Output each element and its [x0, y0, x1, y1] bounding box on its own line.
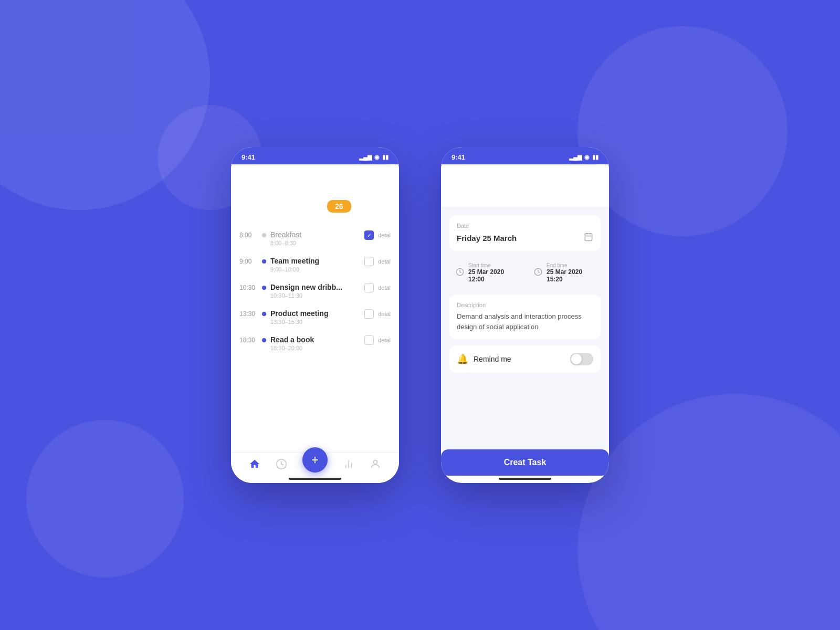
end-clock-icon: [534, 268, 542, 278]
calendar-header: March Su Mo Tu We Th Fr Sa: [231, 164, 399, 220]
name-value[interactable]: Design meeting: [441, 196, 609, 207]
day-tu: Tu: [279, 190, 303, 196]
task-list: 8:00 Breakfast 8:00–8:30 detal 9:00 Team…: [231, 220, 399, 452]
description-card[interactable]: Description Demand analysis and interact…: [449, 295, 601, 339]
nav-home[interactable]: [249, 458, 260, 472]
bottom-nav-1: +: [231, 452, 399, 483]
wifi-icon-1: ◉: [374, 154, 380, 161]
task-detail-team[interactable]: detal: [378, 258, 391, 265]
task-detail-design[interactable]: detal: [378, 285, 391, 291]
start-time-card[interactable]: Start time 25 Mar 2020 12:00: [449, 257, 522, 288]
day-fr: Fr: [351, 190, 375, 196]
task-detail-breakfast[interactable]: detal: [378, 232, 391, 238]
end-time-value: 25 Mar 2020 15:20: [547, 268, 594, 283]
phones-container: 9:41 ▂▄▆ ◉ ▮▮ March: [231, 147, 609, 483]
date-27[interactable]: 27: [351, 200, 375, 213]
date-label: Date: [457, 223, 593, 229]
task-actions-product: detal: [364, 309, 391, 319]
date-28[interactable]: 28: [375, 200, 399, 213]
task-item-product[interactable]: 13:30 Product meeting 13:30–15:30 detal: [231, 304, 399, 330]
task-range-team: 9:00–10:00: [270, 266, 360, 272]
month-row: March: [231, 164, 399, 181]
task-dot-team: [262, 259, 266, 264]
task-dot-book: [262, 338, 266, 342]
task-time-team: 9:00: [239, 257, 258, 265]
date-value: Friday 25 March: [457, 234, 517, 243]
date-card[interactable]: Date Friday 25 March: [449, 215, 601, 251]
signal-icon-2: ▂▄▆: [569, 154, 582, 161]
task-name-team: Team meeting: [270, 257, 360, 265]
status-icons-1: ▂▄▆ ◉ ▮▮: [359, 154, 388, 161]
date-26-active[interactable]: 26: [327, 200, 351, 213]
day-su: Su: [231, 190, 255, 196]
status-bar-2: 9:41 ▂▄▆ ◉ ▮▮: [441, 147, 609, 164]
task-item-book[interactable]: 18:30 Read a book 18:30–20:00 detal: [231, 330, 399, 356]
create-task-phone: 9:41 ▂▄▆ ◉ ▮▮ Creat New Task ✕ Name Desi…: [441, 147, 609, 483]
start-time-content: Start time 25 Mar 2020 12:00: [468, 262, 516, 283]
task-detail-product[interactable]: detal: [378, 311, 391, 317]
task-content-design: Densign new dribb... 10:30–11:30: [270, 283, 360, 299]
task-range-design: 10:30–11:30: [270, 292, 360, 299]
start-time-label: Start time: [468, 262, 516, 268]
task-content-product: Product meeting 13:30–15:30: [270, 309, 360, 325]
task-checkbox-book[interactable]: [364, 335, 374, 345]
task-actions-design: detal: [364, 283, 391, 292]
task-name-breakfast: Breakfast: [270, 230, 360, 239]
end-time-content: End time 25 Mar 2020 15:20: [547, 262, 594, 283]
close-button[interactable]: ✕: [600, 165, 609, 177]
date-23[interactable]: 23: [255, 200, 279, 213]
day-we: We: [303, 190, 327, 196]
day-sa: Sa: [375, 190, 399, 196]
date-24[interactable]: 24: [279, 200, 303, 213]
task-range-breakfast: 8:00–8:30: [270, 240, 360, 246]
task-checkbox-team[interactable]: [364, 257, 374, 266]
fab-add-button[interactable]: +: [302, 447, 328, 472]
task-checkbox-design[interactable]: [364, 283, 374, 292]
screen-title: Creat New Task: [441, 164, 526, 178]
bell-icon: 🔔: [457, 353, 468, 365]
task-time-design: 10:30: [239, 283, 258, 291]
create-task-button[interactable]: Creat Task: [441, 449, 609, 476]
task-actions-book: detal: [364, 335, 391, 345]
remind-label: Remind me: [474, 355, 511, 363]
task-dot-breakfast: [262, 233, 266, 237]
remind-me-row: 🔔 Remind me: [449, 345, 601, 373]
end-time-label: End time: [547, 262, 594, 268]
task-actions-breakfast: detal: [364, 230, 391, 240]
wifi-icon-2: ◉: [584, 154, 590, 161]
nav-chart[interactable]: [343, 458, 354, 472]
end-time-card[interactable]: End time 25 Mar 2020 15:20: [528, 257, 601, 288]
description-value: Demand analysis and interaction process …: [457, 311, 593, 332]
date-calendar-icon[interactable]: [584, 232, 593, 244]
date-25[interactable]: 25: [303, 200, 327, 213]
task-name-product: Product meeting: [270, 309, 360, 318]
nav-profile[interactable]: [370, 458, 381, 472]
title-row: Creat New Task ✕: [441, 164, 609, 178]
nav-clock[interactable]: [276, 458, 287, 472]
task-time-breakfast: 8:00: [239, 230, 258, 239]
date-22[interactable]: 22: [231, 200, 255, 213]
task-dot-product: [262, 312, 266, 316]
task-content-book: Read a book 18:30–20:00: [270, 335, 360, 351]
dates-row: 22 23 24 25 26 27 28: [231, 200, 399, 213]
form-body: Date Friday 25 March: [441, 207, 609, 449]
remind-toggle[interactable]: [570, 353, 593, 365]
task-checkbox-product[interactable]: [364, 309, 374, 319]
date-row-form: Friday 25 March: [457, 232, 593, 244]
task-time-book: 18:30: [239, 335, 258, 344]
task-item-team-meeting[interactable]: 9:00 Team meeting 9:00–10:00 detal: [231, 251, 399, 278]
name-label: Name: [441, 186, 609, 193]
battery-icon-1: ▮▮: [382, 154, 388, 161]
start-clock-icon: [456, 268, 464, 278]
battery-icon-2: ▮▮: [592, 154, 598, 161]
day-mo: Mo: [255, 190, 279, 196]
task-item-breakfast[interactable]: 8:00 Breakfast 8:00–8:30 detal: [231, 225, 399, 251]
svg-point-8: [373, 460, 377, 464]
start-time-value: 25 Mar 2020 12:00: [468, 268, 516, 283]
task-item-design[interactable]: 10:30 Densign new dribb... 10:30–11:30 d…: [231, 278, 399, 304]
month-title: March: [231, 165, 271, 181]
task-detail-book[interactable]: detal: [378, 337, 391, 343]
calendar-icon-button[interactable]: [382, 164, 399, 181]
task-checkbox-breakfast[interactable]: [364, 230, 374, 240]
svg-rect-9: [585, 234, 592, 241]
